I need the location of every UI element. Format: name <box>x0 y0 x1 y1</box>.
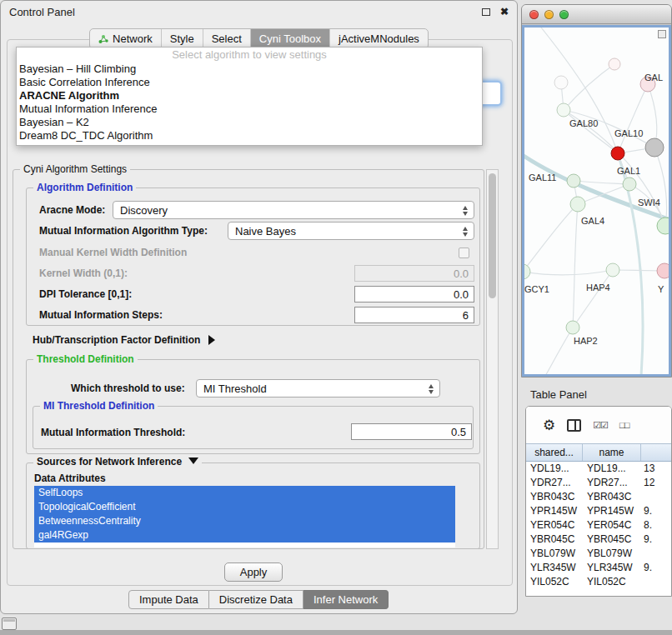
algorithm-option[interactable]: ARACNE Algorithm <box>17 89 482 102</box>
tab-jactivemodules[interactable]: jActiveMNodules <box>330 29 428 48</box>
table-row[interactable]: YBL079WYBL079W <box>526 547 671 561</box>
minimized-panel-icon[interactable] <box>2 618 17 630</box>
algorithm-option[interactable]: Bayesian – Hill Climbing <box>17 62 482 76</box>
table-cell: YDR27... <box>583 476 641 490</box>
network-node[interactable] <box>567 174 580 188</box>
network-node[interactable] <box>606 263 619 277</box>
tab-discretize-data[interactable]: Discretize Data <box>209 590 303 609</box>
table-cell: 13 <box>641 462 669 476</box>
group-title: Cyni Algorithm Settings <box>20 163 130 176</box>
network-node[interactable] <box>611 147 624 160</box>
overview-toggle-icon[interactable] <box>658 30 666 38</box>
network-node[interactable] <box>524 264 530 279</box>
stepper-icon <box>425 382 436 396</box>
kernel-width-label: Kernel Width (0,1): <box>39 268 128 279</box>
manual-kernel-width-checkbox[interactable] <box>459 248 469 258</box>
table-row[interactable]: YPR145WYPR145W9. <box>526 504 671 518</box>
node-label: GAL80 <box>569 118 598 128</box>
column-header-shared[interactable]: shared... <box>526 444 583 461</box>
tab-network[interactable]: Network <box>90 29 162 48</box>
settings-scrollbar[interactable] <box>486 169 499 549</box>
table-row[interactable]: YIL052CYIL052C <box>526 575 671 589</box>
deselect-all-icon[interactable]: □□ <box>619 420 629 430</box>
close-icon[interactable]: ✖ <box>500 7 509 17</box>
stepper-icon <box>459 225 470 238</box>
group-title: MI Threshold Definition <box>40 400 158 412</box>
combobox-value: MI Threshold <box>203 382 267 395</box>
dpi-tolerance-field[interactable]: 0.0 <box>354 286 474 302</box>
network-edge <box>524 270 613 275</box>
table-cell <box>641 547 669 561</box>
select-all-icon[interactable]: ☑☑ <box>593 420 608 431</box>
network-edge <box>573 270 613 328</box>
table-row[interactable]: YDR27...YDR27...12 <box>526 476 671 490</box>
tab-style[interactable]: Style <box>162 29 203 48</box>
mi-algorithm-type-label: Mutual Information Algorithm Type: <box>39 225 208 237</box>
algorithm-option[interactable]: Mutual Information Inference <box>17 102 482 116</box>
aracne-mode-label: Aracne Mode: <box>39 204 105 216</box>
algorithm-option[interactable]: Basic Correlation Inference <box>17 76 482 89</box>
gear-icon[interactable]: ⚙ <box>543 418 555 432</box>
network-node[interactable] <box>609 58 620 70</box>
tab-select[interactable]: Select <box>203 29 251 48</box>
tab-cyni-toolbox[interactable]: Cyni Toolbox <box>251 29 330 48</box>
float-window-icon[interactable] <box>482 8 490 16</box>
columns-icon[interactable] <box>567 419 581 432</box>
dropdown-item-list: Bayesian – Hill ClimbingBasic Correlatio… <box>17 62 482 142</box>
field-value: 0.5 <box>451 426 466 438</box>
data-attributes-list[interactable]: SelfLoopsTopologicalCoefficientBetweenne… <box>34 486 455 548</box>
attribute-list-item[interactable]: BetweennessCentrality <box>34 514 455 528</box>
group-title: Algorithm Definition <box>33 182 136 194</box>
network-node[interactable] <box>657 218 669 234</box>
table-row[interactable]: YER054CYER054C8. <box>526 518 671 532</box>
mi-threshold-field[interactable]: 0.5 <box>351 423 472 440</box>
close-traffic-light[interactable] <box>529 10 539 19</box>
mi-algorithm-type-combobox[interactable]: Naive Bayes <box>228 222 474 240</box>
network-node[interactable] <box>566 321 579 334</box>
which-threshold-combobox[interactable]: MI Threshold <box>196 379 440 398</box>
table-cell: 9. <box>641 504 669 518</box>
network-node[interactable] <box>570 197 585 212</box>
window-controls: ✖ <box>482 7 509 17</box>
kernel-width-field[interactable]: 0.0 <box>354 265 474 282</box>
bottom-edge <box>0 630 672 635</box>
table-row[interactable]: YBR043CYBR043C <box>526 490 671 504</box>
window-title: Control Panel <box>9 6 75 18</box>
attribute-list-item[interactable]: gal4RGexp <box>34 528 455 542</box>
apply-button[interactable]: Apply <box>224 562 283 582</box>
minimize-traffic-light[interactable] <box>544 10 554 19</box>
sources-section-toggle[interactable]: Sources for Network Inference <box>33 456 202 468</box>
algorithm-dropdown: Select algorithm to view settings Bayesi… <box>16 47 483 146</box>
network-node[interactable] <box>645 138 664 157</box>
field-value: 0.0 <box>454 288 469 301</box>
mi-steps-field[interactable]: 6 <box>354 307 474 323</box>
attribute-list-item[interactable]: SelfLoops <box>34 486 455 500</box>
table-cell: YBL079W <box>526 547 583 561</box>
node-label: GAL11 <box>529 172 556 182</box>
column-header-name[interactable]: name <box>583 444 641 461</box>
hub-section-toggle[interactable]: Hub/Transcription Factor Definition <box>33 332 215 347</box>
network-node[interactable] <box>657 263 669 278</box>
algorithm-option[interactable]: Dream8 DC_TDC Algorithm <box>17 129 482 142</box>
network-edge <box>545 328 573 374</box>
tab-impute-data[interactable]: Impute Data <box>128 590 209 609</box>
field-value: 0.0 <box>454 268 469 280</box>
column-header-partial[interactable] <box>641 444 669 461</box>
table-cell: 8. <box>641 518 669 532</box>
network-node[interactable] <box>557 103 570 117</box>
table-cell: YIL052C <box>526 575 583 589</box>
mi-steps-label: Mutual Information Steps: <box>39 309 163 321</box>
aracne-mode-combobox[interactable]: Discovery <box>113 201 474 219</box>
scrollbar-thumb[interactable] <box>489 173 496 298</box>
zoom-traffic-light[interactable] <box>559 10 569 19</box>
attribute-list-item[interactable]: TopologicalCoefficient <box>34 500 455 514</box>
table-row[interactable]: YBR045CYBR045C9. <box>526 532 671 547</box>
sources-section-label: Sources for Network Inference <box>37 456 182 468</box>
table-row[interactable]: YDL19...YDL19...13 <box>526 462 671 476</box>
algorithm-option[interactable]: Bayesian – K2 <box>17 116 482 129</box>
network-node[interactable] <box>623 178 636 191</box>
network-node[interactable] <box>554 76 568 89</box>
table-row[interactable]: YLR345WYLR345W9. <box>526 561 671 575</box>
tab-infer-network[interactable]: Infer Network <box>303 590 389 609</box>
tab-label: Style <box>170 32 194 45</box>
